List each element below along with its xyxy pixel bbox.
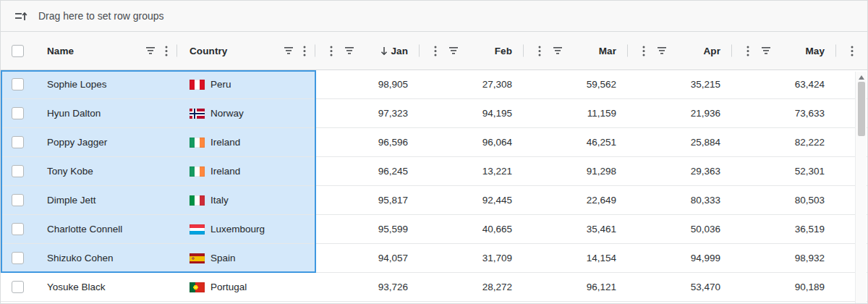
column-header-mar[interactable]: Mar	[524, 32, 628, 69]
column-menu-icon[interactable]	[434, 46, 437, 56]
table-row[interactable]: Dimple Jett Italy 95,817 92,445 22,649 8…	[1, 186, 867, 215]
jan-cell[interactable]: 93,726	[315, 273, 420, 301]
row-checkbox-cell[interactable]	[1, 70, 35, 98]
feb-cell[interactable]: 13,221	[420, 157, 524, 185]
column-menu-icon[interactable]	[330, 46, 333, 56]
column-header-next-partial[interactable]	[836, 32, 867, 69]
mar-cell[interactable]: 35,461	[524, 215, 628, 243]
scrollbar-thumb[interactable]	[858, 82, 865, 136]
column-header-apr[interactable]: Apr	[628, 32, 732, 69]
feb-cell[interactable]: 28,272	[420, 273, 524, 301]
column-menu-icon[interactable]	[165, 46, 168, 56]
mar-cell[interactable]: 14,154	[524, 244, 628, 272]
column-header-jan[interactable]: Jan	[315, 32, 420, 69]
apr-cell[interactable]: 25,884	[628, 128, 732, 156]
feb-cell[interactable]: 27,308	[420, 70, 524, 98]
filter-icon[interactable]	[145, 46, 156, 55]
jan-cell[interactable]: 95,599	[315, 215, 420, 243]
row-checkbox-cell[interactable]	[1, 157, 35, 185]
scroll-up-icon[interactable]	[859, 75, 864, 80]
jan-cell[interactable]: 97,323	[315, 99, 420, 127]
apr-cell[interactable]: 80,333	[628, 186, 732, 214]
apr-cell[interactable]: 50,036	[628, 215, 732, 243]
country-cell[interactable]: Portugal	[177, 273, 315, 301]
may-cell[interactable]: 36,519	[732, 215, 836, 243]
feb-cell[interactable]: 92,445	[420, 186, 524, 214]
select-all-cell[interactable]	[1, 32, 35, 69]
feb-cell[interactable]: 94,195	[420, 99, 524, 127]
row-checkbox[interactable]	[12, 136, 24, 148]
row-group-panel[interactable]: Drag here to set row groups	[1, 1, 867, 32]
apr-cell[interactable]: 35,215	[628, 70, 732, 98]
mar-cell[interactable]: 96,121	[524, 273, 628, 301]
filter-icon[interactable]	[657, 46, 667, 55]
feb-cell[interactable]: 31,709	[420, 244, 524, 272]
row-checkbox[interactable]	[12, 223, 24, 235]
table-row[interactable]: Poppy Jagger Ireland 96,596 96,064 46,25…	[1, 128, 867, 157]
column-header-feb[interactable]: Feb	[420, 32, 524, 69]
mar-cell[interactable]: 59,562	[524, 70, 628, 98]
apr-cell[interactable]: 21,936	[628, 99, 732, 127]
may-cell[interactable]: 73,633	[732, 99, 836, 127]
jan-cell[interactable]: 94,057	[315, 244, 420, 272]
row-checkbox[interactable]	[12, 194, 24, 206]
row-checkbox[interactable]	[12, 165, 24, 177]
filter-icon[interactable]	[344, 46, 354, 55]
country-cell[interactable]: Italy	[177, 186, 315, 214]
table-row[interactable]: Tony Kobe Ireland 96,245 13,221 91,298 2…	[1, 157, 867, 186]
table-row[interactable]: Yosuke Black Portugal 93,726 28,272 96,1…	[1, 273, 867, 302]
filter-icon[interactable]	[448, 46, 459, 55]
may-cell[interactable]: 90,189	[732, 273, 836, 301]
may-cell[interactable]: 63,424	[732, 70, 836, 98]
column-menu-icon[interactable]	[642, 46, 645, 56]
row-checkbox-cell[interactable]	[1, 215, 35, 243]
row-checkbox-cell[interactable]	[1, 128, 35, 156]
jan-cell[interactable]: 95,817	[315, 186, 420, 214]
may-cell[interactable]: 52,301	[732, 157, 836, 185]
filter-icon[interactable]	[284, 46, 294, 55]
column-header-may[interactable]: May	[732, 32, 836, 69]
select-all-checkbox[interactable]	[12, 45, 24, 57]
name-cell[interactable]: Dimple Jett	[35, 186, 177, 214]
jan-cell[interactable]: 98,905	[315, 70, 420, 98]
row-checkbox[interactable]	[12, 107, 24, 119]
row-checkbox-cell[interactable]	[1, 244, 35, 272]
jan-cell[interactable]: 96,596	[315, 128, 420, 156]
row-checkbox-cell[interactable]	[1, 186, 35, 214]
may-cell[interactable]: 80,503	[732, 186, 836, 214]
mar-cell[interactable]: 22,649	[524, 186, 628, 214]
table-row[interactable]: Charlotte Connell Luxembourg 95,599 40,6…	[1, 215, 867, 244]
row-checkbox-cell[interactable]	[1, 99, 35, 127]
country-cell[interactable]: Norway	[177, 99, 315, 127]
mar-cell[interactable]: 11,159	[524, 99, 628, 127]
apr-cell[interactable]: 53,470	[628, 273, 732, 301]
feb-cell[interactable]: 96,064	[420, 128, 524, 156]
vertical-scrollbar[interactable]	[855, 72, 867, 303]
country-cell[interactable]: Luxembourg	[177, 215, 315, 243]
column-menu-icon[interactable]	[303, 46, 306, 56]
row-checkbox-cell[interactable]	[1, 273, 35, 301]
filter-icon[interactable]	[761, 46, 771, 55]
mar-cell[interactable]: 46,251	[524, 128, 628, 156]
name-cell[interactable]: Charlotte Connell	[35, 215, 177, 243]
name-cell[interactable]: Sophie Lopes	[35, 70, 177, 98]
row-checkbox[interactable]	[12, 281, 24, 293]
table-row[interactable]: Shizuko Cohen Spain 94,057 31,709 14,154…	[1, 244, 867, 273]
apr-cell[interactable]: 29,363	[628, 157, 732, 185]
apr-cell[interactable]: 94,999	[628, 244, 732, 272]
column-menu-icon[interactable]	[746, 46, 749, 56]
name-cell[interactable]: Hyun Dalton	[35, 99, 177, 127]
table-row[interactable]: Hyun Dalton Norway 97,323 94,195 11,159 …	[1, 99, 867, 128]
name-cell[interactable]: Tony Kobe	[35, 157, 177, 185]
feb-cell[interactable]: 40,665	[420, 215, 524, 243]
filter-icon[interactable]	[553, 46, 563, 55]
row-checkbox[interactable]	[12, 252, 24, 264]
name-cell[interactable]: Yosuke Black	[35, 273, 177, 301]
country-cell[interactable]: Spain	[177, 244, 315, 272]
row-checkbox[interactable]	[12, 78, 24, 90]
country-cell[interactable]: Ireland	[177, 157, 315, 185]
column-menu-icon[interactable]	[538, 46, 541, 56]
column-menu-icon[interactable]	[851, 46, 854, 56]
column-header-country[interactable]: Country	[177, 32, 315, 69]
may-cell[interactable]: 98,932	[732, 244, 836, 272]
